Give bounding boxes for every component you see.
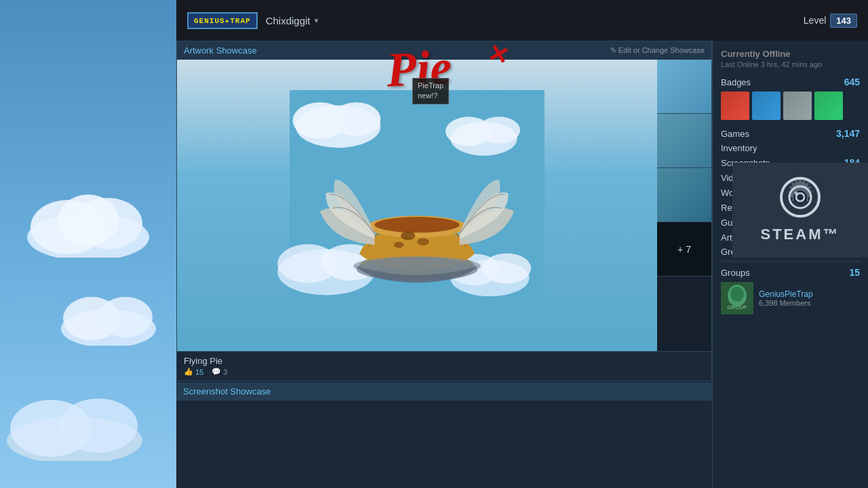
group-members-count: 6,398 Members bbox=[759, 299, 813, 307]
dropdown-arrow-icon: ▼ bbox=[313, 17, 320, 24]
main-content: Artwork Showcase ✎ Edit or Change Showca… bbox=[176, 41, 868, 488]
steam-wordmark: STEAM™ bbox=[761, 226, 840, 243]
badge-items bbox=[721, 92, 860, 120]
screenshot-showcase-label[interactable]: Screenshot Showcase bbox=[176, 382, 712, 401]
thumbnail-1[interactable] bbox=[657, 60, 711, 114]
groups-label: Groups bbox=[721, 268, 750, 278]
games-count: 3,147 bbox=[836, 128, 860, 139]
inventory-stat[interactable]: Inventory bbox=[721, 143, 860, 153]
genius-trap-logo[interactable]: GENIUS★TRAP bbox=[187, 12, 258, 29]
svg-point-33 bbox=[417, 238, 429, 245]
steam-logo-area: STEAM™ bbox=[732, 163, 868, 258]
svg-point-31 bbox=[374, 217, 459, 232]
svg-point-45 bbox=[795, 192, 798, 195]
steam-logo-svg bbox=[766, 177, 834, 224]
more-artworks-button[interactable]: + 7 bbox=[657, 222, 711, 277]
badges-count: 645 bbox=[844, 77, 860, 87]
inventory-label: Inventory bbox=[721, 143, 757, 153]
showcase-header: Artwork Showcase ✎ Edit or Change Showca… bbox=[177, 41, 711, 60]
last-online-text: Last Online 3 hrs, 42 mins ago bbox=[721, 60, 860, 68]
level-badge: Level 143 bbox=[804, 14, 857, 28]
svg-point-39 bbox=[730, 287, 744, 302]
artwork-caption-bar: Flying Pie 👍 15 💬 3 bbox=[177, 351, 711, 380]
group-avatar: GROUP bbox=[721, 282, 753, 314]
like-reaction[interactable]: 👍 15 bbox=[184, 367, 203, 376]
screenshot-section-title: Screenshot Showcase bbox=[183, 386, 271, 396]
edit-showcase-button[interactable]: ✎ Edit or Change Showcase bbox=[610, 46, 705, 55]
more-count-label: + 7 bbox=[677, 244, 691, 255]
svg-point-32 bbox=[401, 231, 415, 240]
svg-point-28 bbox=[483, 253, 532, 284]
comment-icon: 💬 bbox=[212, 367, 221, 376]
badge-1[interactable] bbox=[721, 92, 749, 120]
games-label: Games bbox=[721, 129, 749, 139]
comment-reaction[interactable]: 💬 3 bbox=[212, 367, 227, 376]
showcase-title: Artwork Showcase bbox=[184, 45, 257, 56]
groups-stat[interactable]: Groups 15 bbox=[721, 267, 860, 278]
profile-sidebar: Currently Offline Last Online 3 hrs, 42 … bbox=[712, 41, 868, 488]
badge-2[interactable] bbox=[752, 92, 781, 120]
badges-row[interactable]: Badges 645 bbox=[721, 77, 860, 87]
group-name: GeniusPieTrap bbox=[759, 289, 813, 299]
artwork-name: Flying Pie bbox=[184, 356, 705, 366]
divider-1 bbox=[721, 261, 860, 262]
thumbs-up-icon: 👍 bbox=[184, 367, 193, 376]
group-item[interactable]: GROUP GeniusPieTrap 6,398 Members bbox=[721, 282, 860, 314]
groups-count: 15 bbox=[849, 267, 860, 278]
username-label: Chixdiggit bbox=[266, 15, 311, 26]
games-stat[interactable]: Games 3,147 bbox=[721, 128, 860, 139]
thumbnail-2[interactable] bbox=[657, 114, 711, 168]
online-status: Currently Offline bbox=[721, 49, 860, 59]
comment-count: 3 bbox=[223, 368, 227, 376]
svg-point-34 bbox=[394, 242, 403, 248]
header-bar: GENIUS★TRAP Chixdiggit ▼ Level 143 bbox=[176, 0, 868, 41]
thumbnail-3[interactable] bbox=[657, 168, 711, 222]
reactions-row: 👍 15 💬 3 bbox=[184, 367, 705, 376]
like-count: 15 bbox=[195, 368, 203, 376]
svg-point-19 bbox=[332, 102, 381, 136]
svg-text:GROUP: GROUP bbox=[727, 304, 747, 310]
logo-text: GENIUS★TRAP bbox=[194, 17, 251, 25]
level-label: Level bbox=[804, 15, 826, 26]
artwork-showcase: Artwork Showcase ✎ Edit or Change Showca… bbox=[176, 41, 712, 381]
svg-point-22 bbox=[477, 117, 520, 143]
username-dropdown[interactable]: Chixdiggit ▼ bbox=[266, 15, 320, 26]
profile-area: Artwork Showcase ✎ Edit or Change Showca… bbox=[176, 41, 712, 488]
showcase-body: + 7 bbox=[177, 60, 711, 351]
artwork-thumbnails: + 7 bbox=[657, 60, 711, 351]
group-avatar-image: GROUP bbox=[721, 282, 753, 314]
badges-label: Badges bbox=[721, 77, 751, 87]
level-value: 143 bbox=[830, 14, 857, 28]
main-artwork-display[interactable] bbox=[177, 60, 657, 351]
badge-3[interactable] bbox=[783, 92, 812, 120]
badge-4[interactable] bbox=[814, 92, 843, 120]
group-info: GeniusPieTrap 6,398 Members bbox=[759, 289, 813, 307]
flying-pie-svg bbox=[275, 90, 559, 321]
artwork-image bbox=[177, 60, 657, 351]
